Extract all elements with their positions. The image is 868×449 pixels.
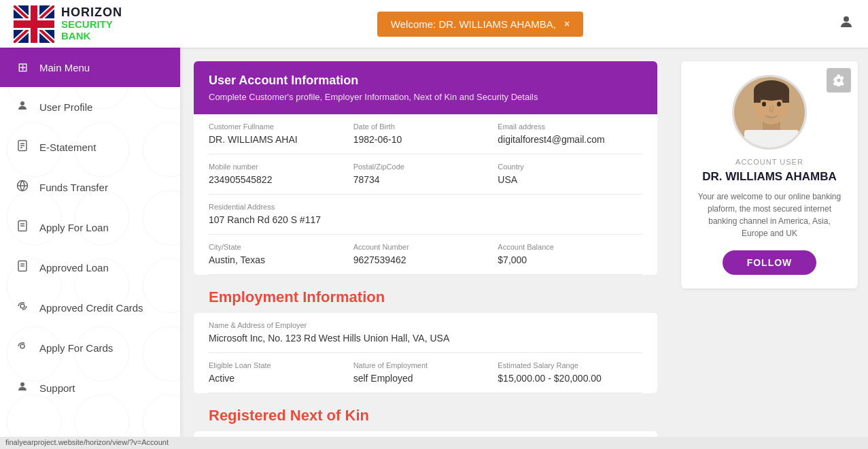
approved-cards-icon <box>15 300 30 316</box>
employment-card: Name & Address of Employer Microsoft Inc… <box>194 313 657 393</box>
field-residential-address: Residential Address 107 Ranch Rd 620 S #… <box>209 203 642 226</box>
info-row-2: Mobile number 234905545822 Postal/ZipCod… <box>209 154 642 195</box>
next-of-kin-row: Beneficiary Name Occupation Beneficiary … <box>209 431 642 437</box>
value-customer-fullname: DR. WILLIAMS AHAI <box>209 134 298 145</box>
sidebar-label-apply-for-cards: Apply For Cards <box>39 342 113 354</box>
logo-security: SECURITY <box>61 19 122 31</box>
right-panel: ACCOUNT USER DR. WILLIAMS AHAMBA Your ar… <box>671 48 868 437</box>
value-account-number: 9627539462 <box>353 254 406 265</box>
svg-point-36 <box>761 114 782 122</box>
field-employer-name: Name & Address of Employer Microsoft Inc… <box>209 321 642 344</box>
info-row-1: Customer Fullname DR. WILLIAMS AHAI Date… <box>209 114 642 154</box>
apply-loan-icon <box>15 220 30 235</box>
field-postal-zipcode: Postal/ZipCode 78734 <box>353 163 498 186</box>
close-banner-button[interactable]: × <box>564 18 570 29</box>
svg-point-10 <box>844 16 849 22</box>
welcome-banner: Welcome: DR. WILLIAMS AHAMBA, × <box>377 12 583 37</box>
account-user-label: ACCOUNT USER <box>735 158 803 166</box>
svg-point-26 <box>20 382 24 386</box>
value-postal-zipcode: 78734 <box>353 174 380 185</box>
label-city-state: City/State <box>209 243 353 251</box>
label-employer-name: Name & Address of Employer <box>209 321 642 329</box>
sidebar-label-funds-transfer: Funds Transfer <box>39 182 108 193</box>
label-eligible-loan-state: Eligible Loan State <box>209 361 353 369</box>
content-area: User Account Information Complete Custom… <box>180 48 671 437</box>
value-mobile-number: 234905545822 <box>209 174 272 185</box>
info-card-title: User Account Information <box>209 73 642 88</box>
e-statement-icon <box>15 139 30 155</box>
sidebar-label-approved-loan: Approved Loan <box>39 262 109 273</box>
sidebar-item-support[interactable]: Support <box>0 368 180 408</box>
employment-row-2: Eligible Loan State Active Nature of Emp… <box>209 353 642 393</box>
follow-button[interactable]: FOLLOW <box>723 250 817 275</box>
label-customer-fullname: Customer Fullname <box>209 122 353 131</box>
label-estimated-salary: Estimated Salary Range <box>498 361 642 369</box>
label-email-address: Email address <box>498 122 642 131</box>
sidebar-label-support: Support <box>39 382 75 394</box>
sidebar-item-approved-credit-cards[interactable]: Approved Credit Cards <box>0 288 180 328</box>
value-date-of-birth: 1982-06-10 <box>353 134 402 145</box>
profile-name: DR. WILLIAMS AHAMBA <box>702 170 837 184</box>
label-mobile-number: Mobile number <box>209 163 353 171</box>
sidebar-item-user-profile[interactable]: User Profile <box>0 87 180 127</box>
svg-rect-32 <box>754 89 761 103</box>
field-customer-fullname: Customer Fullname DR. WILLIAMS AHAI <box>209 122 353 146</box>
field-eligible-loan-state: Eligible Loan State Active <box>209 361 353 384</box>
bank-logo-icon <box>14 5 54 43</box>
logo-area: HORIZON SECURITY BANK <box>14 5 122 43</box>
svg-rect-29 <box>744 130 799 150</box>
support-icon <box>15 380 30 396</box>
sidebar-item-main-menu[interactable]: ⊞ Main Menu <box>0 48 180 87</box>
value-employer-name: Microsoft Inc, No. 123 Rd West Hills Uni… <box>209 333 449 344</box>
apply-cards-icon <box>15 340 30 356</box>
field-city-state: City/State Austin, Texas <box>209 243 353 266</box>
sidebar-item-apply-for-cards[interactable]: Apply For Cards <box>0 328 180 368</box>
sidebar-item-e-statement[interactable]: E-Statement <box>0 127 180 167</box>
approved-loan-icon <box>15 260 30 276</box>
employment-row-1: Name & Address of Employer Microsoft Inc… <box>209 313 642 353</box>
sidebar-label-main-menu: Main Menu <box>39 62 90 73</box>
sidebar-label-apply-for-loan: Apply For Loan <box>39 222 109 233</box>
logo-horizon: HORIZON <box>61 6 122 20</box>
info-card-header: User Account Information Complete Custom… <box>194 61 657 114</box>
employment-section-title: Employment Information <box>194 288 657 306</box>
field-account-number: Account Number 9627539462 <box>353 243 498 266</box>
next-of-kin-section-title: Registered Next of Kin <box>194 407 657 425</box>
sidebar-item-approved-loan[interactable]: Approved Loan <box>0 248 180 288</box>
gear-settings-button[interactable] <box>827 68 851 93</box>
info-row-3: Residential Address 107 Ranch Rd 620 S #… <box>209 195 642 235</box>
avatar <box>732 75 807 150</box>
value-residential-address: 107 Ranch Rd 620 S #117 <box>209 214 321 225</box>
sidebar-item-apply-for-loan[interactable]: Apply For Loan <box>0 207 180 248</box>
svg-point-35 <box>777 102 781 107</box>
info-card-subtitle: Complete Customer's profile, Employer In… <box>209 92 642 102</box>
value-email-address: digitalforest4@gmail.com <box>498 134 604 145</box>
value-country: USA <box>498 174 517 185</box>
label-postal-zipcode: Postal/ZipCode <box>353 163 498 171</box>
url-bar: finalyearproject.website/horizon/view/?v… <box>0 437 868 449</box>
sidebar-label-user-profile: User Profile <box>39 101 92 113</box>
welcome-text: Welcome: DR. WILLIAMS AHAMBA, <box>391 18 556 30</box>
funds-transfer-icon <box>15 180 30 195</box>
user-account-icon[interactable] <box>838 14 854 34</box>
field-mobile-number: Mobile number 234905545822 <box>209 163 353 186</box>
label-country: Country <box>498 163 642 171</box>
info-row-4: City/State Austin, Texas Account Number … <box>209 235 642 275</box>
sidebar-item-funds-transfer[interactable]: Funds Transfer <box>0 167 180 207</box>
user-account-info-card: User Account Information Complete Custom… <box>194 61 657 275</box>
value-city-state: Austin, Texas <box>209 254 265 265</box>
logo-bank: BANK <box>61 31 122 42</box>
field-date-of-birth: Date of Birth 1982-06-10 <box>353 122 498 146</box>
label-nature-of-employment: Nature of Employment <box>353 361 498 369</box>
label-residential-address: Residential Address <box>209 203 642 211</box>
svg-rect-9 <box>14 20 54 28</box>
value-estimated-salary: $15,000.00 - $20,000.00 <box>498 373 602 384</box>
svg-point-34 <box>762 102 766 107</box>
profile-card: ACCOUNT USER DR. WILLIAMS AHAMBA Your ar… <box>681 61 858 288</box>
main-layout: ⊞ Main Menu User Profile E-Statement Fun… <box>0 48 868 437</box>
sidebar: ⊞ Main Menu User Profile E-Statement Fun… <box>0 48 180 437</box>
field-nature-of-employment: Nature of Employment self Employed <box>353 361 498 384</box>
label-date-of-birth: Date of Birth <box>353 122 498 131</box>
sidebar-label-e-statement: E-Statement <box>39 142 96 153</box>
field-email-address: Email address digitalforest4@gmail.com <box>498 122 642 146</box>
